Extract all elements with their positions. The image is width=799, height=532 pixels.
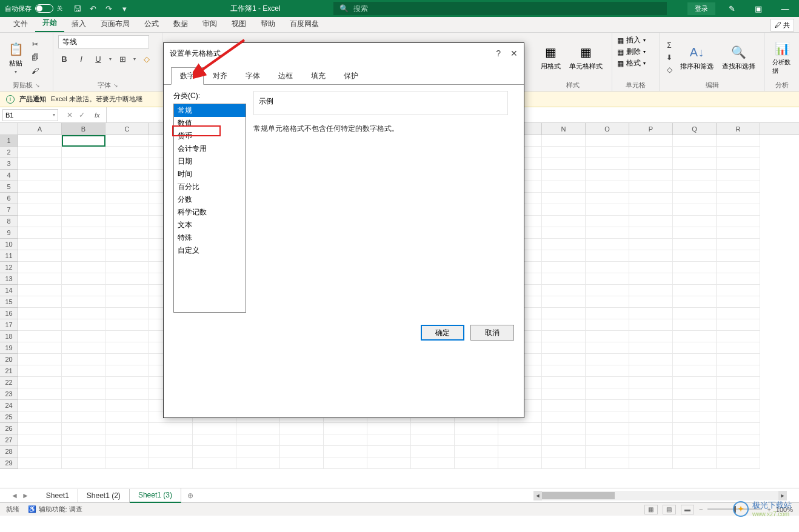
cell[interactable] [149,446,193,457]
cell[interactable] [18,354,62,365]
cell[interactable] [18,388,62,400]
cell[interactable] [18,365,62,377]
cell[interactable] [629,181,673,193]
cell[interactable] [62,135,105,147]
cell[interactable] [280,434,324,446]
close-icon[interactable]: ✕ [510,48,518,58]
cell[interactable] [629,354,673,365]
cell[interactable] [586,342,629,354]
minimize-icon[interactable]: — [775,2,795,15]
category-item[interactable]: 常规 [174,104,246,117]
cell[interactable] [586,262,629,273]
cell[interactable] [586,296,629,308]
sheet-nav-next-icon[interactable]: ► [22,491,29,500]
cell[interactable] [629,400,673,411]
cell[interactable] [542,365,586,377]
share-button[interactable]: 🖊 共 [771,19,794,32]
cell[interactable] [673,170,717,181]
insert-button[interactable]: ▦插入▾ [617,35,646,45]
category-item[interactable]: 时间 [174,168,246,181]
cell[interactable] [717,388,760,400]
cell[interactable] [717,308,760,319]
category-item[interactable]: 会计专用 [174,142,246,155]
cell[interactable] [586,411,629,423]
cell[interactable] [18,400,62,411]
cell[interactable] [717,365,760,377]
cell[interactable] [673,147,717,158]
format-painter-icon[interactable]: 🖌 [30,66,40,76]
category-item[interactable]: 百分比 [174,181,246,193]
row-header[interactable]: 9 [0,227,18,239]
cell[interactable] [629,170,673,181]
cell[interactable] [105,262,149,273]
cell[interactable] [105,377,149,388]
cell[interactable] [105,457,149,469]
cell-styles-button[interactable]: ▦ 单元格样式 [567,42,605,72]
cell[interactable] [193,434,236,446]
column-header[interactable]: N [542,123,586,135]
name-box[interactable]: B1 ▾ [2,109,58,121]
cell[interactable] [498,423,542,434]
cell[interactable] [455,446,498,457]
column-header[interactable]: B [62,123,105,135]
cell[interactable] [18,193,62,204]
cell[interactable] [542,273,586,285]
cell[interactable] [542,319,586,331]
cell[interactable] [717,135,760,147]
dtab-protection[interactable]: 保护 [335,67,367,85]
cell[interactable] [586,181,629,193]
cell[interactable] [629,434,673,446]
cell[interactable] [105,388,149,400]
fill-color-button[interactable]: ◇ [141,53,153,64]
category-item[interactable]: 分数 [174,193,246,206]
cell[interactable] [105,204,149,216]
cell[interactable] [717,411,760,423]
cell[interactable] [18,423,62,434]
cell[interactable] [717,250,760,262]
cell[interactable] [717,204,760,216]
cell[interactable] [586,285,629,296]
cell[interactable] [18,216,62,227]
cell[interactable] [717,193,760,204]
cell[interactable] [673,331,717,342]
cell[interactable] [673,411,717,423]
cell[interactable] [586,147,629,158]
cell[interactable] [586,273,629,285]
cell[interactable] [629,227,673,239]
save-icon[interactable]: 🖫 [72,4,82,13]
cell[interactable] [673,457,717,469]
cell[interactable] [62,377,105,388]
cell[interactable] [62,423,105,434]
sheet-nav-prev-icon[interactable]: ◄ [11,491,18,500]
cell[interactable] [18,250,62,262]
cell[interactable] [149,434,193,446]
cell[interactable] [629,342,673,354]
row-header[interactable]: 14 [0,285,18,296]
cell[interactable] [717,457,760,469]
cell[interactable] [673,434,717,446]
sum-icon[interactable]: Σ [664,41,674,50]
add-sheet-button[interactable]: ⊕ [181,491,199,500]
cell[interactable] [62,181,105,193]
cell[interactable] [105,147,149,158]
cell[interactable] [586,354,629,365]
select-all-corner[interactable] [0,123,18,135]
cell[interactable] [236,457,280,469]
tab-file[interactable]: 文件 [6,16,35,32]
cell[interactable] [105,170,149,181]
cell[interactable] [629,204,673,216]
row-header[interactable]: 10 [0,239,18,250]
cell[interactable] [18,457,62,469]
cell[interactable] [629,193,673,204]
cell[interactable] [18,411,62,423]
cell[interactable] [280,423,324,434]
cell[interactable] [586,377,629,388]
cell[interactable] [673,285,717,296]
category-item[interactable]: 科学记数 [174,206,246,219]
cell[interactable] [193,423,236,434]
tab-baidu[interactable]: 百度网盘 [282,16,326,32]
cell[interactable] [62,204,105,216]
cell[interactable] [717,158,760,170]
cell[interactable] [542,216,586,227]
cell[interactable] [542,193,586,204]
